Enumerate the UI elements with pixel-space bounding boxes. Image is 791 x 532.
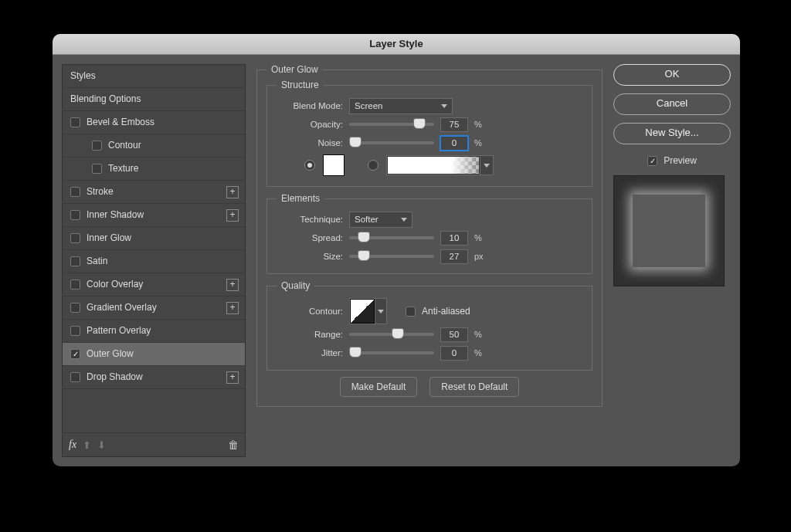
sidebar-item-drop-shadow[interactable]: Drop Shadow + bbox=[63, 366, 245, 389]
checkbox-bevel-emboss[interactable] bbox=[70, 117, 80, 127]
contour-label: Contour: bbox=[277, 307, 343, 316]
checkbox-inner-shadow[interactable] bbox=[70, 210, 80, 220]
technique-label: Technique: bbox=[277, 215, 343, 224]
preview-label: Preview bbox=[664, 155, 697, 166]
cancel-button[interactable]: Cancel bbox=[613, 93, 731, 115]
chevron-down-icon[interactable] bbox=[375, 299, 386, 324]
checkbox-contour[interactable] bbox=[92, 141, 102, 151]
checkbox-drop-shadow[interactable] bbox=[70, 372, 80, 382]
size-slider[interactable] bbox=[349, 255, 434, 258]
preview-inner bbox=[633, 195, 705, 267]
plus-icon[interactable]: + bbox=[226, 371, 239, 384]
checkbox-pattern-overlay[interactable] bbox=[70, 326, 80, 336]
spread-input[interactable]: 10 bbox=[440, 231, 468, 246]
checkbox-color-overlay[interactable] bbox=[70, 280, 80, 290]
glow-color-swatch[interactable] bbox=[323, 154, 345, 176]
range-unit: % bbox=[474, 330, 487, 339]
sidebar-item-label: Gradient Overlay bbox=[87, 296, 157, 319]
opacity-slider[interactable] bbox=[349, 123, 434, 126]
sidebar-item-label: Contour bbox=[108, 134, 141, 157]
plus-icon[interactable]: + bbox=[226, 209, 239, 222]
trash-icon[interactable]: 🗑 bbox=[228, 439, 239, 451]
sidebar-header-styles[interactable]: Styles bbox=[63, 65, 245, 88]
sidebar-item-gradient-overlay[interactable]: Gradient Overlay + bbox=[63, 296, 245, 320]
sidebar-item-satin[interactable]: Satin bbox=[63, 250, 245, 273]
jitter-label: Jitter: bbox=[277, 348, 343, 357]
technique-select[interactable]: Softer bbox=[349, 212, 412, 228]
reset-default-button[interactable]: Reset to Default bbox=[429, 377, 519, 397]
noise-slider[interactable] bbox=[349, 141, 434, 144]
sidebar-item-label: Inner Shadow bbox=[87, 204, 144, 226]
ok-button[interactable]: OK bbox=[613, 64, 731, 86]
antialias-checkbox[interactable] bbox=[406, 307, 416, 317]
sidebar-item-label: Satin bbox=[87, 250, 107, 273]
glow-color-radio[interactable] bbox=[304, 160, 315, 171]
chevron-down-icon[interactable] bbox=[480, 156, 493, 175]
settings-panel: Outer Glow Structure Blend Mode: Screen … bbox=[256, 64, 603, 457]
size-unit: px bbox=[474, 252, 487, 261]
glow-gradient-picker[interactable] bbox=[386, 155, 494, 175]
outer-glow-group: Outer Glow Structure Blend Mode: Screen … bbox=[256, 64, 603, 407]
make-default-button[interactable]: Make Default bbox=[340, 377, 418, 397]
plus-icon[interactable]: + bbox=[226, 302, 239, 314]
gradient-swatch[interactable] bbox=[387, 156, 480, 175]
checkbox-satin[interactable] bbox=[70, 256, 80, 266]
structure-group: Structure Blend Mode: Screen Opacity: 75… bbox=[266, 80, 592, 187]
noise-label: Noise: bbox=[277, 138, 343, 147]
new-style-button[interactable]: New Style... bbox=[613, 123, 731, 144]
spread-label: Spread: bbox=[277, 233, 343, 242]
sidebar-item-label: Drop Shadow bbox=[87, 366, 143, 388]
sidebar-item-inner-glow[interactable]: Inner Glow bbox=[63, 227, 245, 250]
checkbox-gradient-overlay[interactable] bbox=[70, 303, 80, 313]
window-title: Layer Style bbox=[53, 34, 740, 55]
sidebar-item-contour[interactable]: Contour bbox=[63, 134, 245, 158]
jitter-slider[interactable] bbox=[349, 351, 434, 354]
move-up-icon[interactable]: ⬆ bbox=[83, 439, 91, 451]
noise-input[interactable]: 0 bbox=[440, 136, 468, 151]
plus-icon[interactable]: + bbox=[226, 279, 239, 291]
sidebar-footer: fx ⬆ ⬇ 🗑 bbox=[63, 432, 245, 456]
size-input[interactable]: 27 bbox=[440, 249, 468, 264]
sidebar-item-outer-glow[interactable]: Outer Glow bbox=[63, 343, 245, 366]
spread-slider[interactable] bbox=[349, 236, 434, 239]
plus-icon[interactable]: + bbox=[226, 186, 239, 198]
quality-legend: Quality bbox=[277, 280, 314, 291]
quality-group: Quality Contour: Anti-aliased Range: bbox=[266, 280, 592, 371]
preview-thumbnail bbox=[613, 175, 725, 286]
antialias-label: Anti-aliased bbox=[422, 306, 470, 317]
noise-unit: % bbox=[474, 138, 487, 147]
sidebar-item-stroke[interactable]: Stroke + bbox=[63, 181, 245, 204]
styles-sidebar: Styles Blending Options Bevel & Emboss C… bbox=[62, 64, 246, 457]
sidebar-item-color-overlay[interactable]: Color Overlay + bbox=[63, 273, 245, 296]
contour-thumbnail[interactable] bbox=[350, 299, 375, 324]
sidebar-item-label: Bevel & Emboss bbox=[87, 111, 154, 134]
range-label: Range: bbox=[277, 330, 343, 339]
checkbox-stroke[interactable] bbox=[70, 187, 80, 197]
blend-mode-select[interactable]: Screen bbox=[349, 98, 453, 114]
range-input[interactable]: 50 bbox=[440, 327, 468, 342]
sidebar-item-label: Pattern Overlay bbox=[87, 320, 151, 342]
checkbox-texture[interactable] bbox=[92, 164, 102, 174]
sidebar-item-bevel-emboss[interactable]: Bevel & Emboss bbox=[63, 111, 245, 134]
glow-gradient-radio[interactable] bbox=[368, 160, 379, 171]
sidebar-item-inner-shadow[interactable]: Inner Shadow + bbox=[63, 204, 245, 227]
opacity-input[interactable]: 75 bbox=[440, 117, 468, 132]
spread-unit: % bbox=[474, 233, 487, 242]
checkbox-inner-glow[interactable] bbox=[70, 233, 80, 243]
range-slider[interactable] bbox=[349, 333, 434, 336]
checkbox-outer-glow[interactable] bbox=[70, 349, 80, 359]
sidebar-header-blending[interactable]: Blending Options bbox=[63, 88, 245, 111]
sidebar-item-label: Texture bbox=[108, 158, 138, 180]
opacity-unit: % bbox=[474, 120, 487, 129]
sidebar-item-label: Outer Glow bbox=[87, 343, 134, 365]
sidebar-item-pattern-overlay[interactable]: Pattern Overlay bbox=[63, 320, 245, 343]
jitter-input[interactable]: 0 bbox=[440, 346, 468, 361]
preview-checkbox[interactable] bbox=[647, 156, 657, 166]
move-down-icon[interactable]: ⬇ bbox=[97, 439, 106, 451]
opacity-label: Opacity: bbox=[277, 120, 343, 129]
fx-menu-icon[interactable]: fx bbox=[69, 439, 76, 451]
contour-picker[interactable] bbox=[349, 298, 387, 324]
panel-title: Outer Glow bbox=[266, 64, 323, 75]
sidebar-item-label: Color Overlay bbox=[87, 273, 143, 296]
sidebar-item-texture[interactable]: Texture bbox=[63, 158, 245, 181]
